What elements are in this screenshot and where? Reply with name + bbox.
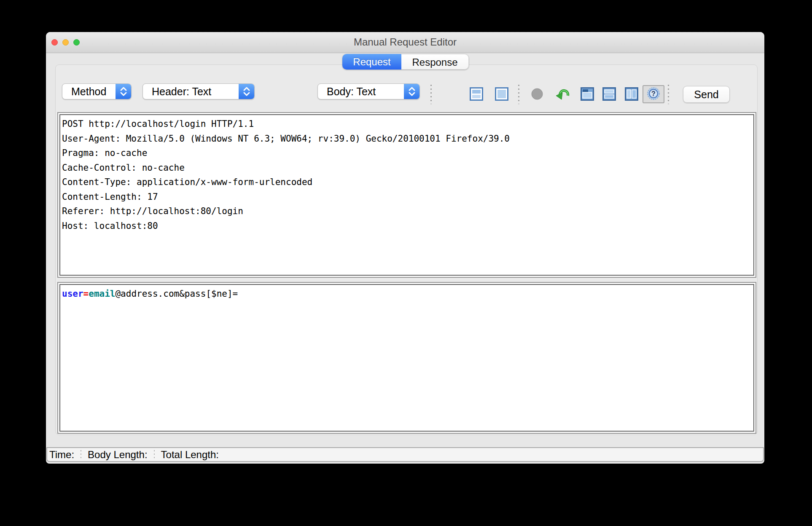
help-button[interactable]: ?: [643, 85, 664, 103]
help-icon: ?: [647, 87, 660, 102]
toolbar: Method Header: Text Body: Text: [56, 83, 757, 105]
close-button[interactable]: [51, 39, 58, 46]
status-separator: [81, 450, 81, 459]
time-label: Time:: [49, 449, 74, 461]
manual-request-editor-window: Manual Request Editor Request Response M…: [46, 32, 764, 464]
request-header-editor-area[interactable]: POST http://localhost/login HTTP/1.1 Use…: [59, 114, 754, 276]
request-body-text: user=email@address.com&pass[$ne]=: [62, 287, 752, 301]
tab-view-icon[interactable]: [580, 87, 594, 101]
dropdown-chevrons-icon: [116, 83, 131, 99]
method-dropdown-value: Method: [62, 86, 116, 98]
toolbar-separator: [518, 85, 519, 104]
request-header-editor: POST http://localhost/login HTTP/1.1 Use…: [57, 112, 756, 278]
toolbar-separator: [668, 85, 669, 104]
status-bar: Time: Body Length: Total Length:: [46, 447, 764, 462]
body-view-dropdown-value: Body: Text: [318, 86, 404, 98]
method-dropdown[interactable]: Method: [62, 83, 132, 99]
header-view-dropdown[interactable]: Header: Text: [143, 83, 255, 99]
request-tab-panel: Method Header: Text Body: Text: [55, 64, 758, 435]
send-button[interactable]: Send: [683, 86, 730, 103]
redirect-arrow-icon[interactable]: [555, 87, 570, 101]
request-header-text: POST http://localhost/login HTTP/1.1 Use…: [62, 117, 752, 233]
status-separator: [154, 450, 155, 459]
window-title: Manual Request Editor: [46, 32, 764, 52]
dropdown-chevrons-icon: [239, 83, 254, 99]
request-response-tabs: Request Response: [342, 54, 469, 70]
horizontal-split-icon[interactable]: [602, 87, 616, 101]
header-view-dropdown-value: Header: Text: [143, 86, 239, 98]
toolbar-separator: [430, 85, 432, 104]
request-body-editor: user=email@address.com&pass[$ne]=: [57, 282, 756, 434]
zoom-button[interactable]: [73, 39, 80, 46]
tab-request[interactable]: Request: [342, 54, 401, 70]
request-body-editor-area[interactable]: user=email@address.com&pass[$ne]=: [59, 284, 754, 432]
split-view-icon[interactable]: [469, 87, 484, 101]
total-length-label: Total Length:: [161, 449, 219, 461]
title-bar: Manual Request Editor: [46, 32, 764, 53]
tab-response[interactable]: Response: [401, 54, 469, 70]
single-view-icon[interactable]: [495, 87, 509, 101]
body-view-dropdown[interactable]: Body: Text: [317, 83, 420, 99]
dropdown-chevrons-icon: [404, 83, 419, 99]
body-length-label: Body Length:: [88, 449, 147, 461]
minimize-button[interactable]: [62, 39, 69, 46]
svg-text:?: ?: [651, 90, 656, 97]
record-icon[interactable]: [530, 87, 544, 101]
vertical-split-icon[interactable]: [624, 87, 639, 101]
traffic-lights: [51, 39, 80, 46]
